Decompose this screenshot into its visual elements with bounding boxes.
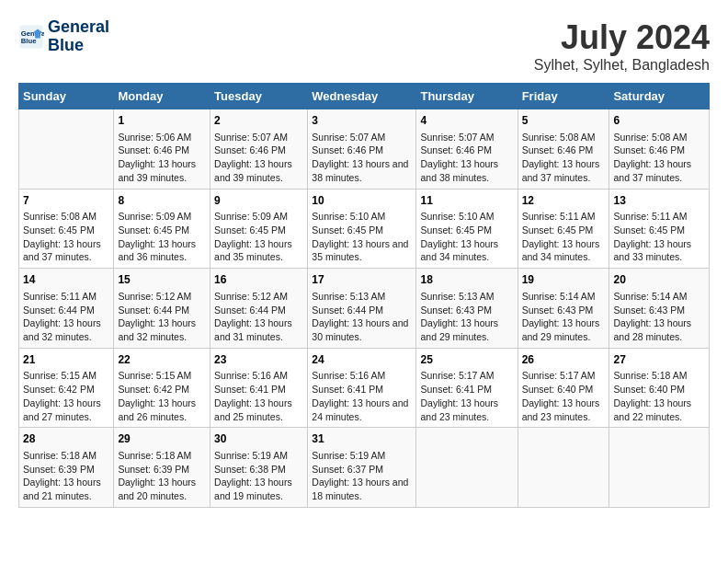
calendar-cell	[19, 109, 114, 190]
day-info: Sunrise: 5:08 AMSunset: 6:46 PMDaylight:…	[522, 131, 606, 185]
calendar-cell: 16Sunrise: 5:12 AMSunset: 6:44 PMDayligh…	[210, 269, 308, 349]
main-title: July 2024	[534, 18, 710, 57]
day-info: Sunrise: 5:09 AMSunset: 6:45 PMDaylight:…	[118, 210, 206, 264]
day-number: 13	[613, 193, 705, 209]
day-info: Sunrise: 5:16 AMSunset: 6:41 PMDaylight:…	[312, 369, 412, 423]
day-info: Sunrise: 5:11 AMSunset: 6:45 PMDaylight:…	[613, 210, 705, 264]
day-number: 24	[312, 352, 412, 368]
calendar-cell: 10Sunrise: 5:10 AMSunset: 6:45 PMDayligh…	[308, 189, 416, 269]
calendar-cell: 4Sunrise: 5:07 AMSunset: 6:46 PMDaylight…	[416, 109, 518, 190]
svg-text:Blue: Blue	[21, 37, 37, 45]
day-number: 29	[118, 431, 206, 447]
day-number: 23	[214, 352, 303, 368]
calendar-cell	[518, 428, 609, 508]
title-block: July 2024 Sylhet, Sylhet, Bangladesh	[534, 18, 710, 74]
col-header-saturday: Saturday	[609, 84, 710, 109]
day-number: 22	[118, 352, 206, 368]
day-info: Sunrise: 5:13 AMSunset: 6:43 PMDaylight:…	[420, 290, 513, 344]
calendar-cell: 13Sunrise: 5:11 AMSunset: 6:45 PMDayligh…	[609, 189, 710, 269]
day-info: Sunrise: 5:19 AMSunset: 6:37 PMDaylight:…	[312, 449, 412, 503]
col-header-sunday: Sunday	[19, 84, 114, 109]
day-number: 3	[312, 113, 412, 129]
day-info: Sunrise: 5:18 AMSunset: 6:40 PMDaylight:…	[613, 369, 705, 423]
day-number: 21	[23, 352, 109, 368]
calendar-cell: 25Sunrise: 5:17 AMSunset: 6:41 PMDayligh…	[416, 348, 518, 428]
day-info: Sunrise: 5:08 AMSunset: 6:45 PMDaylight:…	[23, 210, 109, 264]
logo-icon: General Blue	[18, 24, 44, 50]
calendar-cell: 15Sunrise: 5:12 AMSunset: 6:44 PMDayligh…	[114, 269, 210, 349]
day-number: 17	[312, 272, 412, 288]
day-info: Sunrise: 5:14 AMSunset: 6:43 PMDaylight:…	[613, 290, 705, 344]
calendar-cell: 17Sunrise: 5:13 AMSunset: 6:44 PMDayligh…	[308, 269, 416, 349]
day-info: Sunrise: 5:12 AMSunset: 6:44 PMDaylight:…	[118, 290, 206, 344]
calendar-cell: 24Sunrise: 5:16 AMSunset: 6:41 PMDayligh…	[308, 348, 416, 428]
logo-text: GeneralBlue	[48, 18, 109, 55]
day-number: 12	[522, 193, 606, 209]
day-number: 27	[613, 352, 705, 368]
calendar-week-2: 7Sunrise: 5:08 AMSunset: 6:45 PMDaylight…	[19, 189, 710, 269]
calendar-cell: 22Sunrise: 5:15 AMSunset: 6:42 PMDayligh…	[114, 348, 210, 428]
day-number: 30	[214, 431, 303, 447]
day-info: Sunrise: 5:17 AMSunset: 6:40 PMDaylight:…	[522, 369, 606, 423]
day-info: Sunrise: 5:18 AMSunset: 6:39 PMDaylight:…	[118, 449, 206, 503]
calendar-table: SundayMondayTuesdayWednesdayThursdayFrid…	[18, 83, 710, 508]
calendar-cell	[609, 428, 710, 508]
day-number: 11	[420, 193, 513, 209]
day-number: 19	[522, 272, 606, 288]
calendar-cell: 27Sunrise: 5:18 AMSunset: 6:40 PMDayligh…	[609, 348, 710, 428]
day-number: 9	[214, 193, 303, 209]
calendar-cell: 14Sunrise: 5:11 AMSunset: 6:44 PMDayligh…	[19, 269, 114, 349]
page-header: General Blue GeneralBlue July 2024 Sylhe…	[18, 18, 710, 74]
day-number: 20	[613, 272, 705, 288]
calendar-cell: 3Sunrise: 5:07 AMSunset: 6:46 PMDaylight…	[308, 109, 416, 190]
calendar-cell: 5Sunrise: 5:08 AMSunset: 6:46 PMDaylight…	[518, 109, 609, 190]
calendar-cell: 23Sunrise: 5:16 AMSunset: 6:41 PMDayligh…	[210, 348, 308, 428]
day-number: 25	[420, 352, 513, 368]
calendar-cell: 9Sunrise: 5:09 AMSunset: 6:45 PMDaylight…	[210, 189, 308, 269]
calendar-cell: 20Sunrise: 5:14 AMSunset: 6:43 PMDayligh…	[609, 269, 710, 349]
day-info: Sunrise: 5:15 AMSunset: 6:42 PMDaylight:…	[118, 369, 206, 423]
day-info: Sunrise: 5:17 AMSunset: 6:41 PMDaylight:…	[420, 369, 513, 423]
calendar-cell: 2Sunrise: 5:07 AMSunset: 6:46 PMDaylight…	[210, 109, 308, 190]
day-number: 1	[118, 113, 206, 129]
calendar-week-1: 1Sunrise: 5:06 AMSunset: 6:46 PMDaylight…	[19, 109, 710, 190]
day-info: Sunrise: 5:10 AMSunset: 6:45 PMDaylight:…	[420, 210, 513, 264]
day-number: 10	[312, 193, 412, 209]
day-info: Sunrise: 5:11 AMSunset: 6:44 PMDaylight:…	[23, 290, 109, 344]
day-info: Sunrise: 5:10 AMSunset: 6:45 PMDaylight:…	[312, 210, 412, 264]
calendar-cell: 18Sunrise: 5:13 AMSunset: 6:43 PMDayligh…	[416, 269, 518, 349]
day-info: Sunrise: 5:07 AMSunset: 6:46 PMDaylight:…	[312, 131, 412, 185]
day-info: Sunrise: 5:08 AMSunset: 6:46 PMDaylight:…	[613, 131, 705, 185]
calendar-cell: 19Sunrise: 5:14 AMSunset: 6:43 PMDayligh…	[518, 269, 609, 349]
calendar-cell: 1Sunrise: 5:06 AMSunset: 6:46 PMDaylight…	[114, 109, 210, 190]
col-header-thursday: Thursday	[416, 84, 518, 109]
svg-text:General: General	[21, 29, 44, 37]
day-info: Sunrise: 5:13 AMSunset: 6:44 PMDaylight:…	[312, 290, 412, 344]
day-number: 26	[522, 352, 606, 368]
calendar-cell: 26Sunrise: 5:17 AMSunset: 6:40 PMDayligh…	[518, 348, 609, 428]
day-number: 14	[23, 272, 109, 288]
calendar-cell: 30Sunrise: 5:19 AMSunset: 6:38 PMDayligh…	[210, 428, 308, 508]
day-info: Sunrise: 5:06 AMSunset: 6:46 PMDaylight:…	[118, 131, 206, 185]
logo: General Blue GeneralBlue	[18, 18, 109, 55]
calendar-cell: 7Sunrise: 5:08 AMSunset: 6:45 PMDaylight…	[19, 189, 114, 269]
calendar-week-5: 28Sunrise: 5:18 AMSunset: 6:39 PMDayligh…	[19, 428, 710, 508]
col-header-friday: Friday	[518, 84, 609, 109]
calendar-cell	[416, 428, 518, 508]
day-info: Sunrise: 5:11 AMSunset: 6:45 PMDaylight:…	[522, 210, 606, 264]
calendar-cell: 6Sunrise: 5:08 AMSunset: 6:46 PMDaylight…	[609, 109, 710, 190]
calendar-cell: 11Sunrise: 5:10 AMSunset: 6:45 PMDayligh…	[416, 189, 518, 269]
day-number: 16	[214, 272, 303, 288]
day-number: 15	[118, 272, 206, 288]
col-header-wednesday: Wednesday	[308, 84, 416, 109]
day-info: Sunrise: 5:07 AMSunset: 6:46 PMDaylight:…	[214, 131, 303, 185]
day-number: 7	[23, 193, 109, 209]
day-number: 18	[420, 272, 513, 288]
day-number: 6	[613, 113, 705, 129]
day-number: 8	[118, 193, 206, 209]
day-info: Sunrise: 5:12 AMSunset: 6:44 PMDaylight:…	[214, 290, 303, 344]
subtitle: Sylhet, Sylhet, Bangladesh	[534, 57, 710, 74]
day-number: 4	[420, 113, 513, 129]
day-info: Sunrise: 5:19 AMSunset: 6:38 PMDaylight:…	[214, 449, 303, 503]
calendar-cell: 28Sunrise: 5:18 AMSunset: 6:39 PMDayligh…	[19, 428, 114, 508]
